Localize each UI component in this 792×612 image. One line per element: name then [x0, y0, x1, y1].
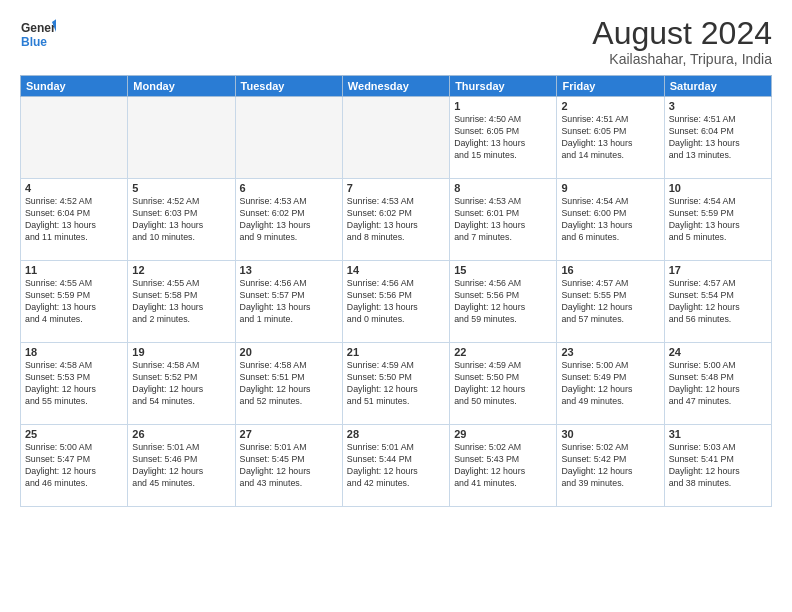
day-number: 20: [240, 346, 338, 358]
calendar-cell: 10Sunrise: 4:54 AM Sunset: 5:59 PM Dayli…: [664, 179, 771, 261]
day-number: 18: [25, 346, 123, 358]
day-number: 31: [669, 428, 767, 440]
day-info: Sunrise: 4:56 AM Sunset: 5:56 PM Dayligh…: [454, 278, 552, 326]
day-info: Sunrise: 5:00 AM Sunset: 5:47 PM Dayligh…: [25, 442, 123, 490]
calendar-cell: 12Sunrise: 4:55 AM Sunset: 5:58 PM Dayli…: [128, 261, 235, 343]
day-number: 29: [454, 428, 552, 440]
day-info: Sunrise: 5:00 AM Sunset: 5:49 PM Dayligh…: [561, 360, 659, 408]
calendar-cell: 1Sunrise: 4:50 AM Sunset: 6:05 PM Daylig…: [450, 97, 557, 179]
calendar-cell: [235, 97, 342, 179]
day-number: 16: [561, 264, 659, 276]
calendar-cell: 13Sunrise: 4:56 AM Sunset: 5:57 PM Dayli…: [235, 261, 342, 343]
day-number: 12: [132, 264, 230, 276]
day-info: Sunrise: 4:53 AM Sunset: 6:02 PM Dayligh…: [347, 196, 445, 244]
day-number: 21: [347, 346, 445, 358]
day-number: 27: [240, 428, 338, 440]
page: General Blue August 2024 Kailashahar, Tr…: [0, 0, 792, 612]
day-info: Sunrise: 4:54 AM Sunset: 5:59 PM Dayligh…: [669, 196, 767, 244]
day-number: 8: [454, 182, 552, 194]
calendar-cell: [21, 97, 128, 179]
day-number: 30: [561, 428, 659, 440]
day-number: 2: [561, 100, 659, 112]
header-saturday: Saturday: [664, 76, 771, 97]
svg-text:Blue: Blue: [21, 35, 47, 49]
day-number: 14: [347, 264, 445, 276]
logo-icon: General Blue: [20, 16, 56, 52]
calendar-cell: 29Sunrise: 5:02 AM Sunset: 5:43 PM Dayli…: [450, 425, 557, 507]
calendar-cell: [128, 97, 235, 179]
day-number: 10: [669, 182, 767, 194]
header: General Blue August 2024 Kailashahar, Tr…: [20, 16, 772, 67]
day-number: 9: [561, 182, 659, 194]
calendar-cell: 8Sunrise: 4:53 AM Sunset: 6:01 PM Daylig…: [450, 179, 557, 261]
calendar-cell: 21Sunrise: 4:59 AM Sunset: 5:50 PM Dayli…: [342, 343, 449, 425]
day-number: 5: [132, 182, 230, 194]
calendar-cell: [342, 97, 449, 179]
header-wednesday: Wednesday: [342, 76, 449, 97]
day-info: Sunrise: 4:52 AM Sunset: 6:04 PM Dayligh…: [25, 196, 123, 244]
calendar-cell: 18Sunrise: 4:58 AM Sunset: 5:53 PM Dayli…: [21, 343, 128, 425]
day-info: Sunrise: 4:51 AM Sunset: 6:04 PM Dayligh…: [669, 114, 767, 162]
location-subtitle: Kailashahar, Tripura, India: [592, 51, 772, 67]
day-info: Sunrise: 4:57 AM Sunset: 5:55 PM Dayligh…: [561, 278, 659, 326]
month-title: August 2024: [592, 16, 772, 51]
week-row-1: 1Sunrise: 4:50 AM Sunset: 6:05 PM Daylig…: [21, 97, 772, 179]
day-info: Sunrise: 5:01 AM Sunset: 5:46 PM Dayligh…: [132, 442, 230, 490]
calendar-cell: 28Sunrise: 5:01 AM Sunset: 5:44 PM Dayli…: [342, 425, 449, 507]
day-info: Sunrise: 5:03 AM Sunset: 5:41 PM Dayligh…: [669, 442, 767, 490]
calendar-cell: 9Sunrise: 4:54 AM Sunset: 6:00 PM Daylig…: [557, 179, 664, 261]
calendar-cell: 16Sunrise: 4:57 AM Sunset: 5:55 PM Dayli…: [557, 261, 664, 343]
day-number: 1: [454, 100, 552, 112]
day-info: Sunrise: 4:56 AM Sunset: 5:57 PM Dayligh…: [240, 278, 338, 326]
day-info: Sunrise: 5:01 AM Sunset: 5:45 PM Dayligh…: [240, 442, 338, 490]
day-number: 7: [347, 182, 445, 194]
day-info: Sunrise: 4:57 AM Sunset: 5:54 PM Dayligh…: [669, 278, 767, 326]
calendar-cell: 20Sunrise: 4:58 AM Sunset: 5:51 PM Dayli…: [235, 343, 342, 425]
calendar-cell: 30Sunrise: 5:02 AM Sunset: 5:42 PM Dayli…: [557, 425, 664, 507]
calendar-cell: 14Sunrise: 4:56 AM Sunset: 5:56 PM Dayli…: [342, 261, 449, 343]
header-tuesday: Tuesday: [235, 76, 342, 97]
day-info: Sunrise: 4:55 AM Sunset: 5:59 PM Dayligh…: [25, 278, 123, 326]
day-info: Sunrise: 4:59 AM Sunset: 5:50 PM Dayligh…: [347, 360, 445, 408]
day-number: 24: [669, 346, 767, 358]
day-number: 6: [240, 182, 338, 194]
calendar-cell: 25Sunrise: 5:00 AM Sunset: 5:47 PM Dayli…: [21, 425, 128, 507]
header-friday: Friday: [557, 76, 664, 97]
day-info: Sunrise: 4:55 AM Sunset: 5:58 PM Dayligh…: [132, 278, 230, 326]
calendar-cell: 15Sunrise: 4:56 AM Sunset: 5:56 PM Dayli…: [450, 261, 557, 343]
day-info: Sunrise: 5:00 AM Sunset: 5:48 PM Dayligh…: [669, 360, 767, 408]
svg-text:General: General: [21, 21, 56, 35]
calendar-cell: 26Sunrise: 5:01 AM Sunset: 5:46 PM Dayli…: [128, 425, 235, 507]
calendar-cell: 17Sunrise: 4:57 AM Sunset: 5:54 PM Dayli…: [664, 261, 771, 343]
day-info: Sunrise: 4:53 AM Sunset: 6:02 PM Dayligh…: [240, 196, 338, 244]
week-row-2: 4Sunrise: 4:52 AM Sunset: 6:04 PM Daylig…: [21, 179, 772, 261]
day-info: Sunrise: 4:56 AM Sunset: 5:56 PM Dayligh…: [347, 278, 445, 326]
calendar-cell: 3Sunrise: 4:51 AM Sunset: 6:04 PM Daylig…: [664, 97, 771, 179]
day-info: Sunrise: 4:52 AM Sunset: 6:03 PM Dayligh…: [132, 196, 230, 244]
header-sunday: Sunday: [21, 76, 128, 97]
day-number: 15: [454, 264, 552, 276]
logo: General Blue: [20, 16, 56, 52]
day-number: 13: [240, 264, 338, 276]
title-area: August 2024 Kailashahar, Tripura, India: [592, 16, 772, 67]
day-info: Sunrise: 4:51 AM Sunset: 6:05 PM Dayligh…: [561, 114, 659, 162]
calendar-cell: 27Sunrise: 5:01 AM Sunset: 5:45 PM Dayli…: [235, 425, 342, 507]
day-info: Sunrise: 4:58 AM Sunset: 5:51 PM Dayligh…: [240, 360, 338, 408]
day-number: 28: [347, 428, 445, 440]
calendar-cell: 23Sunrise: 5:00 AM Sunset: 5:49 PM Dayli…: [557, 343, 664, 425]
weekday-header-row: Sunday Monday Tuesday Wednesday Thursday…: [21, 76, 772, 97]
day-number: 23: [561, 346, 659, 358]
day-info: Sunrise: 4:50 AM Sunset: 6:05 PM Dayligh…: [454, 114, 552, 162]
day-number: 3: [669, 100, 767, 112]
calendar-cell: 11Sunrise: 4:55 AM Sunset: 5:59 PM Dayli…: [21, 261, 128, 343]
week-row-3: 11Sunrise: 4:55 AM Sunset: 5:59 PM Dayli…: [21, 261, 772, 343]
day-info: Sunrise: 5:01 AM Sunset: 5:44 PM Dayligh…: [347, 442, 445, 490]
day-number: 22: [454, 346, 552, 358]
day-number: 19: [132, 346, 230, 358]
week-row-5: 25Sunrise: 5:00 AM Sunset: 5:47 PM Dayli…: [21, 425, 772, 507]
header-thursday: Thursday: [450, 76, 557, 97]
calendar-cell: 7Sunrise: 4:53 AM Sunset: 6:02 PM Daylig…: [342, 179, 449, 261]
day-number: 17: [669, 264, 767, 276]
calendar-cell: 2Sunrise: 4:51 AM Sunset: 6:05 PM Daylig…: [557, 97, 664, 179]
calendar-cell: 24Sunrise: 5:00 AM Sunset: 5:48 PM Dayli…: [664, 343, 771, 425]
